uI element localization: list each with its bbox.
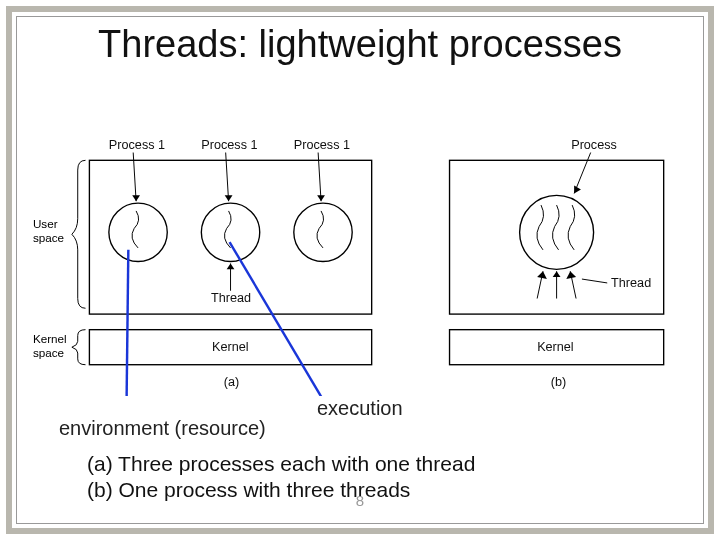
label-process1-a: Process 1: [109, 138, 165, 152]
squiggle-thread-3: [317, 211, 324, 248]
label-kernel-1: Kernel: [33, 332, 67, 345]
process-circle-3: [294, 203, 352, 261]
label-user-1: User: [33, 217, 58, 230]
label-kernel-b: Kernel: [537, 340, 574, 354]
thread-diagram-svg: Process 1 Process 1 Process 1 Thread Ker…: [31, 135, 689, 396]
label-process-right: Process: [571, 138, 617, 152]
squiggle-r2: [552, 205, 559, 250]
svg-point-2: [294, 203, 352, 261]
label-thread-left: Thread: [211, 291, 251, 305]
blue-line-execution: [230, 242, 323, 396]
arrowhead-p1c: [317, 195, 325, 201]
label-kernel-2: space: [33, 346, 64, 359]
ah-r1: [537, 271, 547, 279]
label-process1-c: Process 1: [294, 138, 350, 152]
label-process1-b: Process 1: [201, 138, 257, 152]
slide-outer-border: Threads: lightweight processes: [6, 6, 714, 534]
ah-r3: [566, 271, 576, 279]
brace-user: [72, 160, 86, 308]
process-circle-right: [520, 195, 594, 269]
label-user-2: space: [33, 231, 64, 244]
svg-point-0: [109, 203, 167, 261]
label-thread-right: Thread: [611, 276, 651, 290]
arrowhead-thread-left: [227, 263, 235, 269]
squiggle-thread-1: [132, 211, 139, 248]
squiggle-r1: [537, 205, 544, 250]
arrow-thread-right-lbl: [582, 279, 607, 283]
squiggle-r3: [568, 205, 575, 250]
slide-inner-panel: Threads: lightweight processes: [16, 16, 704, 524]
caption-a: (a) Three processes each with one thread: [87, 451, 475, 477]
blue-line-environment: [126, 250, 128, 396]
svg-point-1: [201, 203, 259, 261]
arrowhead-p1b: [225, 195, 233, 201]
ah-r2: [553, 271, 561, 277]
arrowhead-process-right: [574, 186, 581, 194]
annotation-environment: environment (resource): [59, 417, 266, 440]
diagram-area: Process 1 Process 1 Process 1 Thread Ker…: [31, 135, 689, 403]
page-number: 8: [17, 492, 703, 509]
fig-label-a: (a): [224, 375, 239, 389]
svg-point-3: [520, 195, 594, 269]
fig-label-b: (b): [551, 375, 566, 389]
process-circle-1: [109, 203, 167, 261]
arrowhead-p1a: [132, 195, 140, 201]
process-circle-2: [201, 203, 259, 261]
slide-title: Threads: lightweight processes: [17, 17, 703, 69]
label-kernel-a: Kernel: [212, 340, 249, 354]
brace-kernel: [72, 330, 86, 365]
annotation-execution: execution: [317, 397, 403, 420]
